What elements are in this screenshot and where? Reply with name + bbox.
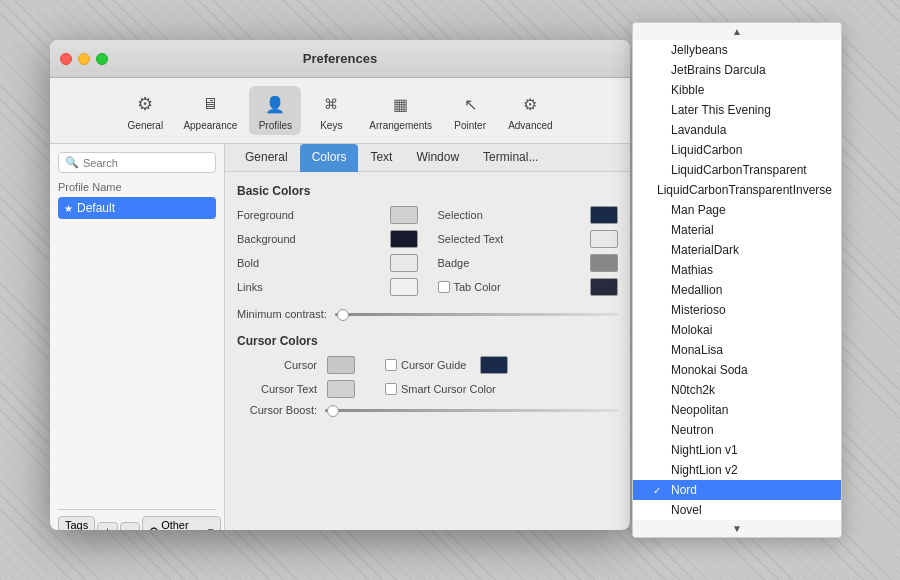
badge-swatch[interactable] [590, 254, 618, 272]
dropdown-popup: ▲ JellybeansJetBrains DarculaKibbleLater… [632, 22, 842, 538]
tab-color-label: Tab Color [454, 281, 501, 293]
basic-colors-grid: Foreground Selection Background Selected… [237, 206, 618, 296]
minimize-button[interactable] [78, 53, 90, 65]
tab-window[interactable]: Window [404, 144, 471, 172]
dropdown-item[interactable]: Neopolitan [633, 400, 841, 420]
cursor-boost-thumb [327, 405, 339, 417]
badge-label: Badge [438, 257, 470, 269]
tags-button[interactable]: Tags > [58, 516, 95, 530]
dropdown-item[interactable]: Medallion [633, 280, 841, 300]
toolbar-item-general[interactable]: ⚙ General [119, 86, 171, 135]
bold-swatch[interactable] [390, 254, 418, 272]
foreground-swatch[interactable] [390, 206, 418, 224]
tab-general[interactable]: General [233, 144, 300, 172]
dropdown-item[interactable]: JetBrains Darcula [633, 60, 841, 80]
dropdown-item[interactable]: Later This Evening [633, 100, 841, 120]
toolbar-item-appearance[interactable]: 🖥 Appearance [175, 86, 245, 135]
dropdown-item[interactable]: Jellybeans [633, 40, 841, 60]
tab-color-row: Tab Color [438, 278, 619, 296]
tab-color-swatch[interactable] [590, 278, 618, 296]
smart-cursor-checkbox[interactable] [385, 383, 397, 395]
dropdown-item-label: NightLion v1 [671, 443, 738, 457]
selection-row: Selection [438, 206, 619, 224]
traffic-lights [60, 53, 108, 65]
search-box[interactable]: 🔍 [58, 152, 216, 173]
panel-content: Basic Colors Foreground Selection Backgr… [225, 172, 630, 530]
scroll-up-arrow[interactable]: ▲ [633, 23, 841, 40]
dropdown-item[interactable]: MaterialDark [633, 240, 841, 260]
links-swatch[interactable] [390, 278, 418, 296]
main-panel: General Colors Text Window Terminal... B… [225, 144, 630, 530]
tab-color-checkbox[interactable] [438, 281, 450, 293]
dropdown-item[interactable]: LiquidCarbonTransparentInverse [633, 180, 841, 200]
maximize-button[interactable] [96, 53, 108, 65]
dropdown-item[interactable]: LiquidCarbon [633, 140, 841, 160]
dropdown-item[interactable]: NightLion v1 [633, 440, 841, 460]
selection-swatch[interactable] [590, 206, 618, 224]
other-actions-button[interactable]: ⚙ Other Actions... ▾ [142, 516, 221, 530]
cursor-swatch[interactable] [327, 356, 355, 374]
dropdown-item-label: Nord [671, 483, 697, 497]
dropdown-item[interactable]: Misterioso [633, 300, 841, 320]
other-actions-label: Other Actions... [161, 519, 206, 530]
keys-icon: ⌘ [317, 90, 345, 118]
profile-item-default[interactable]: ★ Default [58, 197, 216, 219]
dropdown-item[interactable]: ✓Nord [633, 480, 841, 500]
background-swatch[interactable] [390, 230, 418, 248]
dropdown-item-label: MaterialDark [671, 243, 739, 257]
dropdown-item[interactable]: MonaLisa [633, 340, 841, 360]
dropdown-item-label: Misterioso [671, 303, 726, 317]
toolbar-label-appearance: Appearance [183, 120, 237, 131]
profiles-icon: 👤 [261, 90, 289, 118]
dropdown-item-label: Man Page [671, 203, 726, 217]
dropdown-item[interactable]: Kibble [633, 80, 841, 100]
dropdown-item[interactable]: Neutron [633, 420, 841, 440]
tab-terminal[interactable]: Terminal... [471, 144, 550, 172]
pointer-icon: ↖ [456, 90, 484, 118]
dropdown-item[interactable]: LiquidCarbonTransparent [633, 160, 841, 180]
toolbar-item-profiles[interactable]: 👤 Profiles [249, 86, 301, 135]
background-row: Background [237, 230, 418, 248]
cursor-guide-checkbox[interactable] [385, 359, 397, 371]
selection-label: Selection [438, 209, 483, 221]
toolbar: ⚙ General 🖥 Appearance 👤 Profiles ⌘ Keys… [50, 78, 630, 144]
cursor-text-swatch[interactable] [327, 380, 355, 398]
dropdown-item[interactable]: Mathias [633, 260, 841, 280]
dropdown-item-label: LiquidCarbon [671, 143, 742, 157]
sidebar: 🔍 Profile Name ★ Default Tags > + − ⚙ Ot… [50, 144, 225, 530]
dropdown-item[interactable]: Lavandula [633, 120, 841, 140]
tab-colors[interactable]: Colors [300, 144, 359, 172]
remove-profile-button[interactable]: − [120, 522, 140, 530]
dropdown-item[interactable]: Novel [633, 500, 841, 520]
arrangements-icon: ▦ [387, 90, 415, 118]
scroll-down-arrow[interactable]: ▼ [633, 520, 841, 537]
add-profile-button[interactable]: + [97, 522, 117, 530]
toolbar-label-profiles: Profiles [259, 120, 292, 131]
dropdown-item-label: NightLion v2 [671, 463, 738, 477]
contrast-row: Minimum contrast: [237, 308, 618, 320]
sidebar-footer: Tags > + − ⚙ Other Actions... ▾ [58, 509, 216, 530]
star-icon: ★ [64, 203, 73, 214]
tab-text[interactable]: Text [358, 144, 404, 172]
checkmark-icon: ✓ [653, 485, 667, 496]
appearance-icon: 🖥 [196, 90, 224, 118]
dropdown-item[interactable]: Man Page [633, 200, 841, 220]
dropdown-item-label: Molokai [671, 323, 712, 337]
dropdown-list: JellybeansJetBrains DarculaKibbleLater T… [633, 40, 841, 520]
cursor-guide-swatch[interactable] [480, 356, 508, 374]
contrast-slider[interactable] [335, 313, 618, 316]
dropdown-item[interactable]: N0tch2k [633, 380, 841, 400]
foreground-label: Foreground [237, 209, 294, 221]
toolbar-item-advanced[interactable]: ⚙ Advanced [500, 86, 560, 135]
dropdown-item[interactable]: NightLion v2 [633, 460, 841, 480]
dropdown-item[interactable]: Molokai [633, 320, 841, 340]
toolbar-item-arrangements[interactable]: ▦ Arrangements [361, 86, 440, 135]
dropdown-item[interactable]: Monokai Soda [633, 360, 841, 380]
selected-text-swatch[interactable] [590, 230, 618, 248]
cursor-boost-slider[interactable] [325, 409, 618, 412]
close-button[interactable] [60, 53, 72, 65]
toolbar-item-keys[interactable]: ⌘ Keys [305, 86, 357, 135]
dropdown-item[interactable]: Material [633, 220, 841, 240]
toolbar-item-pointer[interactable]: ↖ Pointer [444, 86, 496, 135]
search-input[interactable] [83, 157, 209, 169]
